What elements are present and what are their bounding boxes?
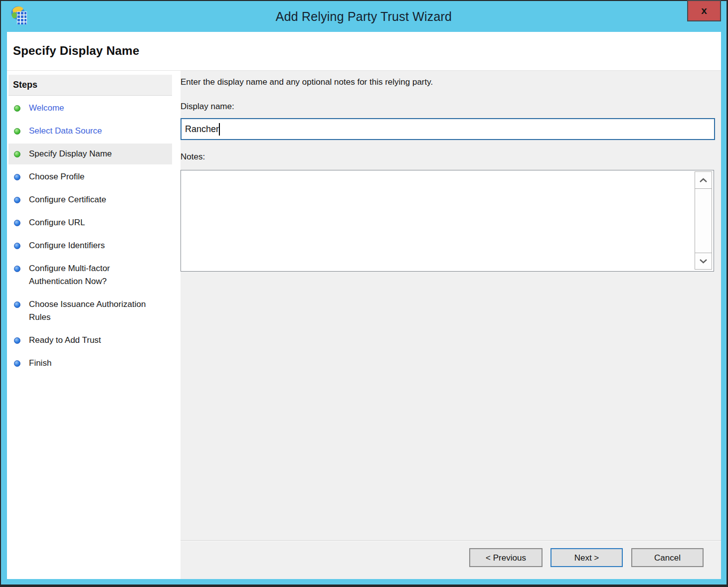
previous-button[interactable]: < Previous: [469, 548, 543, 567]
page-title: Specify Display Name: [13, 44, 139, 58]
step-bullet-icon: [14, 128, 20, 135]
step-label: Ready to Add Trust: [29, 334, 101, 347]
step-item[interactable]: Welcome: [8, 98, 172, 119]
steps-header-label: Steps: [8, 75, 37, 95]
step-bullet-icon: [14, 151, 20, 157]
instruction-text: Enter the display name and any optional …: [181, 77, 433, 87]
step-label: Configure URL: [29, 216, 85, 229]
close-icon: x: [701, 4, 707, 16]
step-item: Configure URL: [8, 212, 172, 233]
step-item: Configure Multi-factor Authentication No…: [8, 258, 172, 292]
step-bullet-icon: [14, 105, 20, 112]
notes-field-frame: [181, 170, 714, 272]
step-bullet-icon: [14, 266, 20, 272]
step-bullet-icon: [14, 174, 20, 180]
dialog-header: Specify Display Name: [7, 32, 721, 71]
scroll-up-button[interactable]: [695, 171, 712, 189]
step-label: Welcome: [29, 102, 64, 115]
display-name-label: Display name:: [181, 102, 234, 112]
step-label: Finish: [29, 357, 51, 370]
step-label: Configure Certificate: [29, 193, 106, 206]
text-caret: [219, 123, 220, 136]
step-label: Specify Display Name: [29, 147, 112, 160]
wizard-dialog: Specify Display Name Steps WelcomeSelect…: [7, 32, 721, 579]
step-bullet-icon: [14, 301, 20, 308]
step-label: Configure Identifiers: [29, 239, 105, 252]
step-item: Choose Issuance Authorization Rules: [8, 294, 172, 328]
step-bullet-icon: [14, 220, 20, 226]
content-pane: Enter the display name and any optional …: [181, 71, 721, 579]
step-label: Choose Profile: [29, 170, 85, 183]
step-bullet-icon: [14, 337, 20, 344]
steps-sidebar: Steps WelcomeSelect Data SourceSpecify D…: [7, 71, 172, 579]
step-bullet-icon: [14, 243, 20, 249]
display-name-field-frame: [181, 118, 715, 140]
step-bullet-icon: [14, 360, 20, 367]
notes-textarea[interactable]: [181, 170, 694, 271]
step-item: Choose Profile: [8, 166, 172, 187]
step-label: Configure Multi-factor Authentication No…: [29, 262, 154, 288]
step-item: Specify Display Name: [8, 144, 172, 164]
notes-scrollbar[interactable]: [695, 171, 712, 270]
display-name-input[interactable]: [182, 119, 714, 139]
step-bullet-icon: [14, 197, 20, 203]
steps-list: WelcomeSelect Data SourceSpecify Display…: [8, 98, 172, 376]
step-label: Select Data Source: [29, 125, 102, 138]
step-item[interactable]: Select Data Source: [8, 121, 172, 142]
cancel-button[interactable]: Cancel: [631, 548, 704, 567]
close-button[interactable]: x: [687, 0, 721, 21]
scroll-down-button[interactable]: [695, 253, 712, 270]
chevron-down-icon: [699, 257, 708, 266]
step-item: Configure Certificate: [8, 189, 172, 210]
footer-divider: [181, 540, 721, 541]
chevron-up-icon: [699, 176, 708, 185]
window-title: Add Relying Party Trust Wizard: [1, 1, 727, 32]
notes-label: Notes:: [181, 152, 205, 162]
titlebar: Add Relying Party Trust Wizard: [1, 1, 727, 32]
step-item: Configure Identifiers: [8, 235, 172, 256]
step-item: Finish: [8, 353, 172, 374]
next-button[interactable]: Next >: [550, 548, 623, 567]
steps-header: Steps: [8, 75, 172, 96]
step-label: Choose Issuance Authorization Rules: [29, 298, 154, 324]
step-item: Ready to Add Trust: [8, 330, 172, 351]
